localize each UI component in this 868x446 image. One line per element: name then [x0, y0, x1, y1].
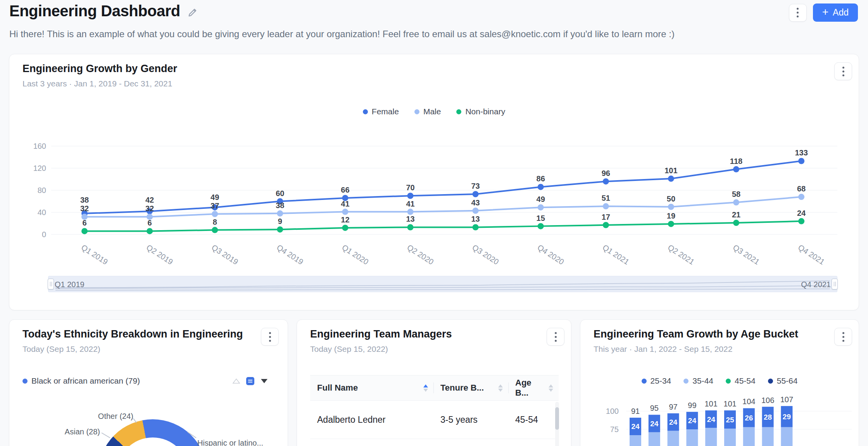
- card-subtitle: Last 3 years · Jan 1, 2019 - Dec 31, 202…: [22, 79, 172, 88]
- legend-dot: [22, 379, 28, 384]
- svg-text:38: 38: [80, 196, 89, 204]
- kebab-icon: [555, 332, 557, 342]
- svg-text:120: 120: [33, 164, 46, 172]
- table-cell: 3-5 years: [433, 415, 508, 425]
- svg-text:6: 6: [148, 219, 152, 227]
- legend-item-55-64[interactable]: 55-64: [768, 376, 798, 386]
- edit-title-icon[interactable]: [187, 7, 198, 18]
- legend-label: 35-44: [692, 376, 713, 386]
- legend-dot: [414, 109, 419, 114]
- svg-text:19: 19: [667, 212, 675, 220]
- legend-item-35-44[interactable]: 35-44: [683, 376, 713, 386]
- legend-dot: [768, 379, 773, 384]
- svg-text:25: 25: [726, 416, 734, 424]
- table-header-age-bucket[interactable]: Age B...: [508, 375, 559, 400]
- legend-paging-controls: [232, 377, 268, 385]
- legend-item-45-54[interactable]: 45-54: [726, 376, 756, 386]
- card-menu-button[interactable]: [547, 328, 564, 346]
- svg-text:43: 43: [471, 198, 480, 207]
- scrollbar-thumb[interactable]: [555, 407, 559, 430]
- svg-text:13: 13: [406, 215, 414, 223]
- legend-item-non-binary[interactable]: Non-binary: [456, 107, 505, 116]
- svg-text:32: 32: [145, 204, 154, 213]
- svg-text:41: 41: [406, 200, 414, 208]
- svg-text:24: 24: [650, 420, 659, 428]
- legend-item-25-34[interactable]: 25-34: [642, 376, 671, 386]
- table-header-tenure-bucket[interactable]: Tenure B...: [433, 375, 508, 400]
- page-title: Engineering Dashboard: [9, 2, 180, 20]
- svg-text:86: 86: [537, 174, 545, 183]
- legend-item-male[interactable]: Male: [414, 107, 441, 116]
- chart-legend: FemaleMaleNon-binary: [9, 107, 859, 116]
- slider-handle-right[interactable]: [832, 279, 838, 289]
- legend-dot: [456, 109, 461, 114]
- svg-text:32: 32: [80, 204, 89, 213]
- card-menu-button[interactable]: [834, 62, 852, 80]
- svg-text:Q4 2021: Q4 2021: [797, 243, 826, 266]
- sort-desc-icon: [549, 389, 553, 392]
- page-menu-button[interactable]: [789, 4, 807, 22]
- column-label: Tenure B...: [440, 383, 484, 393]
- card-menu-button[interactable]: [834, 328, 852, 346]
- svg-text:15: 15: [537, 214, 545, 222]
- slider-handle-left[interactable]: [48, 279, 54, 289]
- svg-text:40: 40: [38, 208, 46, 217]
- svg-text:100: 100: [606, 407, 619, 415]
- svg-text:Q2 2019: Q2 2019: [145, 243, 174, 266]
- range-slider[interactable]: Q1 2019 Q4 2021: [48, 276, 837, 292]
- svg-text:99: 99: [688, 401, 696, 410]
- growth-by-gender-card: Engineering Growth by Gender Last 3 year…: [9, 54, 859, 310]
- legend-page-down-icon[interactable]: [260, 378, 268, 384]
- legend-item-female[interactable]: Female: [363, 107, 399, 116]
- table-cell: Adalberto Ledner: [310, 415, 433, 425]
- svg-text:104: 104: [742, 397, 755, 406]
- card-title: Today's Ethnicity Breakdown in Engineeri…: [22, 328, 243, 340]
- ethnicity-legend-row: Black or african american (79): [22, 376, 268, 386]
- svg-text:101: 101: [705, 400, 718, 408]
- legend-dot: [726, 379, 731, 384]
- svg-text:91: 91: [631, 407, 640, 415]
- card-menu-button[interactable]: [261, 328, 279, 346]
- legend-page-indicator-icon[interactable]: [246, 377, 254, 385]
- team-managers-card: Engineering Team Managers Today (Sep 15,…: [297, 319, 571, 446]
- page-subtitle: Hi there! This is an example of what you…: [9, 29, 675, 40]
- svg-text:Q1 2019: Q1 2019: [80, 243, 109, 266]
- kebab-icon: [842, 67, 844, 76]
- dashboard-page: Engineering Dashboard Hi there! This is …: [0, 0, 868, 446]
- header-actions: + Add: [789, 3, 858, 22]
- table-body: Adalberto Ledner3-5 years45-54: [310, 401, 559, 439]
- table-row[interactable]: Adalberto Ledner3-5 years45-54: [310, 401, 559, 439]
- table-header-full-name[interactable]: Full Name: [310, 375, 433, 400]
- page-header: Engineering Dashboard: [9, 2, 198, 20]
- svg-text:Q4 2019: Q4 2019: [275, 243, 305, 266]
- svg-text:Q2 2021: Q2 2021: [666, 243, 696, 266]
- legend-label: 25-34: [651, 376, 671, 386]
- kebab-icon: [842, 332, 844, 342]
- svg-text:24: 24: [669, 418, 678, 426]
- card-title: Engineering Team Growth by Age Bucket: [594, 328, 798, 340]
- svg-text:133: 133: [795, 148, 808, 157]
- legend-item-black-or-african-american[interactable]: Black or african american (79): [22, 376, 140, 386]
- legend-page-up-icon[interactable]: [232, 378, 240, 384]
- svg-text:107: 107: [780, 395, 793, 404]
- svg-text:66: 66: [341, 186, 349, 194]
- add-button[interactable]: + Add: [813, 3, 858, 22]
- card-title: Engineering Team Managers: [310, 328, 452, 340]
- svg-text:21: 21: [732, 210, 740, 219]
- svg-text:50: 50: [667, 195, 675, 203]
- legend-label: Male: [423, 107, 441, 116]
- svg-text:106: 106: [761, 396, 774, 405]
- column-label: Full Name: [317, 383, 358, 393]
- svg-text:17: 17: [602, 213, 610, 221]
- kebab-icon: [269, 332, 271, 342]
- svg-text:73: 73: [471, 182, 480, 190]
- ethnicity-donut-chart[interactable]: [98, 419, 207, 446]
- card-subtitle: This year · Jan 1, 2022 - Sep 15, 2022: [594, 344, 732, 354]
- slider-end-label: Q4 2021: [801, 276, 831, 293]
- card-subtitle: Today (Sep 15, 2022): [310, 344, 388, 354]
- svg-text:75: 75: [610, 425, 619, 434]
- sort-asc-icon: [549, 384, 553, 387]
- legend-label: Female: [372, 107, 399, 116]
- table-cell: 45-54: [508, 415, 559, 425]
- managers-table: Full Name Tenure B... Age B... Adalberto…: [310, 375, 559, 439]
